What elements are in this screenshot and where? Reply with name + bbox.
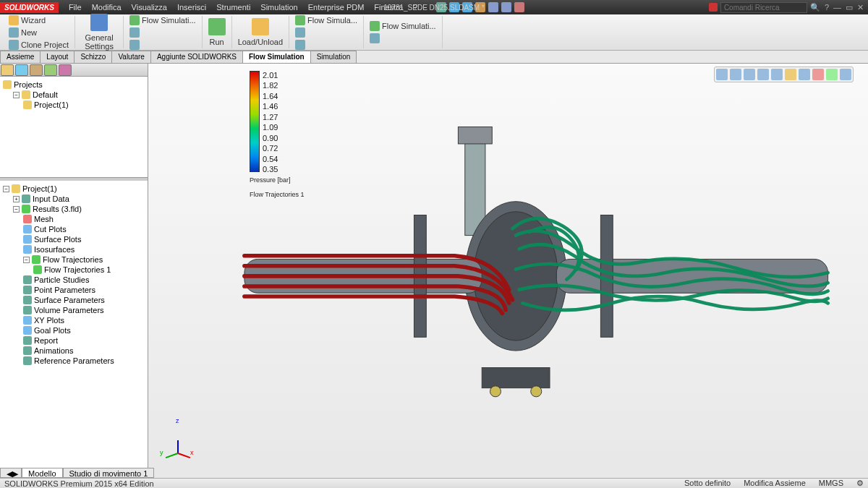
tab-aggiunte[interactable]: Aggiunte SOLIDWORKS xyxy=(150,51,243,63)
sidetab-feature-icon[interactable] xyxy=(1,64,14,76)
display-style-icon[interactable] xyxy=(785,69,796,80)
tree-goalplots[interactable]: Goal Plots xyxy=(3,325,145,335)
tab-simulation[interactable]: Simulation xyxy=(310,51,357,63)
wizard-button[interactable]: Wizard xyxy=(7,14,47,26)
flow-icon xyxy=(33,265,42,274)
tree-report[interactable]: Report xyxy=(3,335,145,346)
project-tree[interactable]: Projects −Default Project(1) xyxy=(0,77,148,178)
tab-assieme[interactable]: Assieme xyxy=(0,51,41,63)
collapse-icon[interactable]: − xyxy=(13,206,20,213)
qat-options-icon[interactable] xyxy=(514,2,524,12)
tree-default[interactable]: −Default xyxy=(3,90,145,100)
help-icon[interactable]: ? xyxy=(825,3,829,12)
minimize-icon[interactable]: — xyxy=(833,3,841,12)
results-tree[interactable]: −Project(1) +Input Data −Results (3.fld)… xyxy=(0,181,148,468)
svg-rect-8 xyxy=(482,368,550,388)
tree-pointparam[interactable]: Point Parameters xyxy=(3,285,145,295)
flow-sim-button-1c[interactable] xyxy=(128,39,141,51)
report-icon xyxy=(23,336,32,345)
menu-inserisci[interactable]: Inserisci xyxy=(173,1,210,13)
menu-file[interactable]: File xyxy=(64,1,86,13)
tree-flowtraj1[interactable]: Flow Trajectories 1 xyxy=(3,265,145,275)
tree-isosurfaces[interactable]: Isosurfaces xyxy=(3,244,145,254)
btab-studio[interactable]: Studio di movimento 1 xyxy=(63,468,155,478)
search-box: 🔍 xyxy=(709,2,820,13)
sidetab-property-icon[interactable] xyxy=(15,64,28,76)
hide-show-icon[interactable] xyxy=(799,69,810,80)
tree-animations[interactable]: Animations xyxy=(3,346,145,356)
tree-volumeparam[interactable]: Volume Parameters xyxy=(3,305,145,315)
sidetab-display-icon[interactable] xyxy=(44,64,57,76)
sidetab-flow-icon[interactable] xyxy=(59,64,72,76)
tree-particle[interactable]: Particle Studies xyxy=(3,275,145,285)
collapse-icon[interactable]: − xyxy=(13,92,20,98)
tree-surfaceplots[interactable]: Surface Plots xyxy=(3,234,145,244)
qat-rebuild-icon[interactable] xyxy=(501,2,511,12)
prev-view-icon[interactable] xyxy=(744,69,755,80)
flow-sim-button-1[interactable]: Flow Simulati... xyxy=(128,14,197,26)
tree-results[interactable]: −Results (3.fld) xyxy=(3,204,145,214)
qat-undo-icon[interactable] xyxy=(488,2,498,12)
menu-pdm[interactable]: Enterprise PDM xyxy=(304,1,369,13)
tree-mesh[interactable]: Mesh xyxy=(3,214,145,224)
tree-input[interactable]: +Input Data xyxy=(3,194,145,204)
menu-strumenti[interactable]: Strumenti xyxy=(212,1,255,13)
restore-icon[interactable]: ▭ xyxy=(846,3,853,12)
flow-icon xyxy=(129,15,140,25)
run-button[interactable]: Run xyxy=(207,17,227,47)
search-input[interactable] xyxy=(720,2,807,13)
title-bar: SOLIDWORKS File Modifica Visualizza Inse… xyxy=(0,0,868,14)
flow-sim-button-2[interactable]: Flow Simula... xyxy=(294,14,359,26)
flow-sim-button-2b[interactable] xyxy=(294,27,307,38)
zoom-fit-icon[interactable] xyxy=(716,69,728,80)
tab-flow-simulation[interactable]: Flow Simulation xyxy=(242,51,311,63)
btab-controls[interactable]: ◀▶ xyxy=(0,468,22,478)
btab-modello[interactable]: Modello xyxy=(22,468,63,478)
collapse-icon[interactable]: − xyxy=(3,186,9,192)
tree-cutplots[interactable]: Cut Plots xyxy=(3,224,145,234)
collapse-icon[interactable]: − xyxy=(23,257,30,263)
status-options-icon[interactable]: ⚙ xyxy=(856,479,864,488)
sidetab-config-icon[interactable] xyxy=(30,64,43,76)
expand-icon[interactable]: + xyxy=(13,196,20,202)
status-units[interactable]: MMGS xyxy=(819,479,843,488)
tree-project1[interactable]: Project(1) xyxy=(3,100,145,110)
menu-modifica[interactable]: Modifica xyxy=(88,1,126,13)
tab-schizzo[interactable]: Schizzo xyxy=(74,51,112,63)
flow-sim-button-1b[interactable] xyxy=(128,27,141,38)
flow-icon xyxy=(295,15,305,25)
menu-simulation[interactable]: Simulation xyxy=(256,1,302,13)
tab-valutare[interactable]: Valutare xyxy=(111,51,151,63)
close-icon[interactable]: ✕ xyxy=(857,3,864,12)
folder-icon xyxy=(22,90,30,99)
coordinate-triad[interactable]: z x y xyxy=(163,424,192,453)
tree-xyplots[interactable]: XY Plots xyxy=(3,315,145,325)
clone-button[interactable]: Clone Project xyxy=(7,39,70,51)
view-settings-icon[interactable] xyxy=(840,69,851,80)
menu-visualizza[interactable]: Visualizza xyxy=(127,1,171,13)
general-settings-button[interactable]: General Settings xyxy=(80,13,119,51)
scene-icon[interactable] xyxy=(826,69,838,80)
axis-z xyxy=(177,440,179,453)
zoom-area-icon[interactable] xyxy=(730,69,741,80)
new-button[interactable]: New xyxy=(7,27,38,38)
search-icon[interactable]: 🔍 xyxy=(810,3,820,12)
load-button[interactable]: Load/Unload xyxy=(237,17,284,47)
tab-layout[interactable]: Layout xyxy=(40,51,75,63)
view-orient-icon[interactable] xyxy=(771,69,783,80)
tree-flowtraj[interactable]: −Flow Trajectories xyxy=(3,254,145,265)
tree-surfaceparam[interactable]: Surface Parameters xyxy=(3,295,145,305)
menu-bar: File Modifica Visualizza Inserisci Strum… xyxy=(64,1,422,13)
viewport[interactable]: 2.011.821.641.461.271.090.900.720.540.35… xyxy=(148,64,868,468)
tree-projects[interactable]: Projects xyxy=(3,80,145,90)
tree-root[interactable]: −Project(1) xyxy=(3,184,145,194)
axis-y xyxy=(166,453,179,458)
appearance-icon[interactable] xyxy=(812,69,824,80)
flow-sim-button-2c[interactable] xyxy=(294,39,307,51)
param-icon xyxy=(23,286,32,294)
tree-refparams[interactable]: Reference Parameters xyxy=(3,356,145,366)
flow-sim-button-3[interactable]: Flow Simulati... xyxy=(368,20,438,32)
flow-sim-button-3b[interactable] xyxy=(368,33,381,44)
section-icon[interactable] xyxy=(757,69,769,80)
tool-icon xyxy=(370,33,380,43)
